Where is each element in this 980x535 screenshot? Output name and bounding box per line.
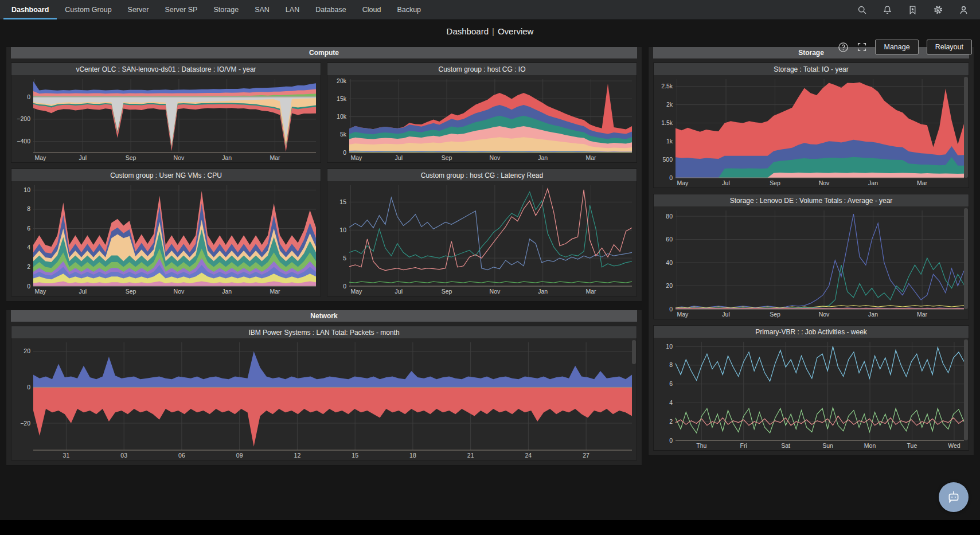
svg-text:Sep: Sep xyxy=(770,179,780,186)
svg-text:Jul: Jul xyxy=(722,311,729,318)
page-title-separator: | xyxy=(489,26,498,36)
svg-text:8: 8 xyxy=(669,361,673,368)
svg-text:Wed: Wed xyxy=(948,442,961,449)
search-icon[interactable] xyxy=(857,5,867,15)
user-ng-vms-cpu-chart[interactable]: MayJulSepNovJanMar0246810 xyxy=(11,181,321,296)
svg-text:1.5k: 1.5k xyxy=(661,119,673,126)
manage-button[interactable]: Manage xyxy=(875,40,918,54)
chart-panel-lan-packets[interactable]: IBM Power Systems : LAN Total: Packets -… xyxy=(11,326,637,460)
svg-text:Sep: Sep xyxy=(126,288,136,295)
user-icon[interactable] xyxy=(959,5,969,15)
chart-panel-lenovo-de-volume[interactable]: Storage : Lenovo DE : Volume Totals : Av… xyxy=(653,194,969,319)
lenovo-de-volume-chart[interactable]: MayJulSepNovJanMar020406080 xyxy=(654,206,969,319)
dashboard-main: Compute vCenter OLC : SAN-lenovo-ds01 : … xyxy=(0,46,980,466)
chart-scrollbar[interactable] xyxy=(964,208,968,309)
svg-text:May: May xyxy=(677,179,689,186)
nav-tab-storage[interactable]: Storage xyxy=(205,0,247,19)
chart-panel-datastore-io-vm[interactable]: vCenter OLC : SAN-lenovo-ds01 : Datastor… xyxy=(11,63,321,163)
svg-text:03: 03 xyxy=(120,452,127,459)
svg-text:Sep: Sep xyxy=(126,154,136,161)
svg-text:21: 21 xyxy=(467,452,474,459)
svg-text:Mar: Mar xyxy=(270,154,280,161)
datastore-io-vm-chart[interactable]: MayJulSepNovJanMar0−200−400 xyxy=(11,75,321,162)
chart-scrollbar[interactable] xyxy=(964,339,968,440)
chart-title: Storage : Lenovo DE : Volume Totals : Av… xyxy=(654,194,969,206)
svg-text:May: May xyxy=(34,154,46,161)
nav-tab-server-sp[interactable]: Server SP xyxy=(157,0,205,19)
nav-tab-backup[interactable]: Backup xyxy=(389,0,429,19)
svg-text:60: 60 xyxy=(666,236,673,243)
nav-tab-label: Cloud xyxy=(362,6,381,14)
section-compute-header: Compute xyxy=(11,47,637,58)
svg-text:May: May xyxy=(350,154,362,161)
svg-text:Nov: Nov xyxy=(174,288,185,295)
host-cg-io-chart[interactable]: MayJulSepNovJanMar05k10k15k20k xyxy=(327,75,637,162)
bell-icon[interactable] xyxy=(883,5,892,15)
nav-tab-dashboard[interactable]: Dashboard xyxy=(3,0,57,19)
svg-text:Sep: Sep xyxy=(442,154,452,161)
nav-tab-san[interactable]: SAN xyxy=(247,0,278,19)
nav-tab-label: Storage xyxy=(213,6,239,14)
svg-text:20: 20 xyxy=(24,347,30,354)
svg-text:15: 15 xyxy=(339,198,346,205)
svg-text:Nov: Nov xyxy=(174,154,185,161)
svg-text:2.5k: 2.5k xyxy=(661,83,673,89)
svg-text:−200: −200 xyxy=(17,115,30,122)
section-storage: Storage Storage : Total: IO - year MayJu… xyxy=(648,46,974,456)
svg-text:31: 31 xyxy=(63,452,70,459)
svg-text:Mon: Mon xyxy=(864,442,876,449)
svg-text:Sat: Sat xyxy=(781,442,790,449)
chart-title: IBM Power Systems : LAN Total: Packets -… xyxy=(11,326,637,338)
chart-scrollbar[interactable] xyxy=(964,77,968,178)
svg-text:40: 40 xyxy=(666,259,673,266)
nav-tab-label: LAN xyxy=(286,6,299,14)
section-compute: Compute vCenter OLC : SAN-lenovo-ds01 : … xyxy=(6,46,642,302)
nav-tab-custom-group[interactable]: Custom Group xyxy=(57,0,119,19)
relayout-button[interactable]: Relayout xyxy=(927,40,972,54)
chart-title: Primary-VBR : : Job Activities - week xyxy=(654,326,969,338)
svg-text:15: 15 xyxy=(352,452,358,459)
gear-icon[interactable] xyxy=(933,5,943,15)
svg-text:Sep: Sep xyxy=(442,288,452,295)
chart-panel-storage-total-io[interactable]: Storage : Total: IO - year MayJulSepNovJ… xyxy=(653,63,969,188)
dashboard-toolbar: Manage Relayout xyxy=(838,40,972,54)
nav-tab-lan[interactable]: LAN xyxy=(278,0,307,19)
fullscreen-icon[interactable] xyxy=(857,42,867,52)
svg-text:Jul: Jul xyxy=(79,288,87,295)
host-cg-latency-chart[interactable]: MayJulSepNovJanMar051015 xyxy=(327,181,637,296)
chat-bot-button[interactable] xyxy=(939,482,969,512)
chart-panel-vbr-job-activities[interactable]: Primary-VBR : : Job Activities - week Th… xyxy=(653,325,969,451)
svg-text:0: 0 xyxy=(27,93,30,100)
svg-text:Jan: Jan xyxy=(868,179,878,186)
svg-text:Thu: Thu xyxy=(696,442,706,449)
top-navbar: Dashboard Custom Group Server Server SP … xyxy=(0,0,980,20)
svg-text:Jul: Jul xyxy=(79,154,87,161)
nav-tab-server[interactable]: Server xyxy=(120,0,157,19)
svg-text:Nov: Nov xyxy=(819,179,830,186)
svg-text:06: 06 xyxy=(178,452,185,459)
svg-text:Fri: Fri xyxy=(740,442,747,449)
svg-text:−400: −400 xyxy=(17,138,30,145)
svg-text:4: 4 xyxy=(669,399,673,406)
chart-panel-host-cg-io[interactable]: Custom group : host CG : IO MayJulSepNov… xyxy=(327,63,637,163)
svg-text:−20: −20 xyxy=(20,420,30,427)
nav-tab-database[interactable]: Database xyxy=(307,0,354,19)
svg-text:18: 18 xyxy=(409,452,416,459)
bookmark-icon[interactable] xyxy=(908,5,917,15)
chart-scrollbar[interactable] xyxy=(632,340,636,364)
svg-text:Mar: Mar xyxy=(585,288,596,295)
svg-text:0: 0 xyxy=(27,384,30,390)
svg-text:2: 2 xyxy=(27,263,30,270)
svg-text:24: 24 xyxy=(525,452,532,459)
help-icon[interactable] xyxy=(838,42,849,53)
chart-panel-user-ng-vms-cpu[interactable]: Custom group : User NG VMs : CPU MayJulS… xyxy=(11,169,321,296)
svg-text:10: 10 xyxy=(666,343,673,350)
lan-packets-chart[interactable]: 31030609121518212427200−20 xyxy=(11,338,637,460)
nav-tab-cloud[interactable]: Cloud xyxy=(354,0,389,19)
svg-text:20k: 20k xyxy=(337,77,347,84)
vbr-job-activities-chart[interactable]: ThuFriSatSunMonTueWed0246810 xyxy=(654,338,969,450)
storage-total-io-chart[interactable]: MayJulSepNovJanMar05001k1.5k2k2.5k xyxy=(654,75,969,188)
chart-panel-host-cg-latency[interactable]: Custom group : host CG : Latency Read Ma… xyxy=(327,169,637,296)
svg-text:20: 20 xyxy=(666,282,673,289)
svg-text:27: 27 xyxy=(583,452,589,459)
